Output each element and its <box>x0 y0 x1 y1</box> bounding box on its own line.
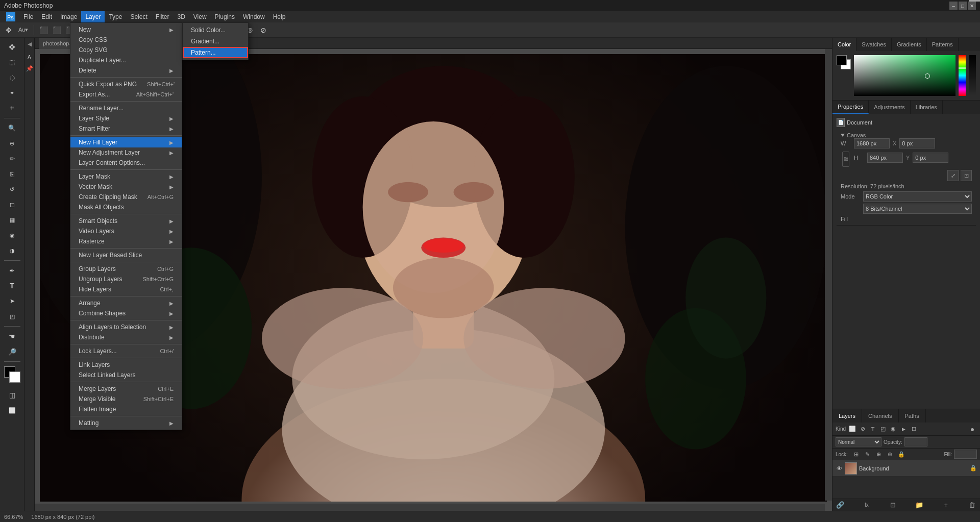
menu-delete[interactable]: Delete ▶ <box>70 65 182 76</box>
history-brush-tool[interactable]: ↺ <box>5 182 19 196</box>
lock-image-btn[interactable]: ✎ <box>863 450 872 459</box>
menu-merge-layers[interactable]: Merge Layers Ctrl+E <box>70 384 182 394</box>
menu-distribute[interactable]: Distribute ▶ <box>70 332 182 342</box>
filter-pixel-btn[interactable]: ⬜ <box>848 425 857 434</box>
filter-smart-btn[interactable]: ◉ <box>889 425 898 434</box>
filter-more-btn[interactable]: ⊡ <box>909 425 918 434</box>
canvas-x-input[interactable] <box>899 138 935 148</box>
menu-copy-css[interactable]: Copy CSS <box>70 35 182 45</box>
paths-tab[interactable]: Paths <box>899 409 926 422</box>
filter-adjustment-btn[interactable]: ⊘ <box>858 425 867 434</box>
crop-canvas-btn[interactable]: ⊡ <box>961 170 972 181</box>
menu-smart-filter[interactable]: Smart Filter ▶ <box>70 123 182 134</box>
fill-input[interactable]: 100% <box>954 450 977 459</box>
eraser-tool[interactable]: ◻ <box>5 197 19 212</box>
menu-edit[interactable]: Edit <box>37 11 56 22</box>
menu-ps[interactable]: Ps <box>2 11 19 22</box>
move-tool[interactable]: ✥ <box>5 40 19 54</box>
color-tab[interactable]: Color <box>832 38 856 51</box>
menu-mask-all[interactable]: Mask All Objects <box>70 202 182 212</box>
menu-view[interactable]: View <box>189 11 211 22</box>
menu-help[interactable]: Help <box>269 11 290 22</box>
menu-select-linked-layers[interactable]: Select Linked Layers <box>70 370 182 380</box>
canvas-y-input[interactable] <box>913 153 948 163</box>
screen-mode-btn[interactable]: ⬜ <box>5 403 19 417</box>
new-layer-btn[interactable]: + <box>941 501 950 510</box>
align-center-btn[interactable]: ⬛ <box>51 24 62 36</box>
mode-select[interactable]: RGB Color <box>863 191 972 202</box>
menu-merge-visible[interactable]: Merge Visible Shift+Ctrl+E <box>70 394 182 404</box>
chain-link-icon[interactable]: ⛓ <box>842 152 849 167</box>
layers-tab[interactable]: Layers <box>832 409 862 422</box>
lock-position-btn[interactable]: ⊕ <box>874 450 884 459</box>
layer-dropdown-menu[interactable]: New ▶ Copy CSS Copy SVG Duplicate Layer.… <box>70 22 182 430</box>
menu-rename-layer[interactable]: Rename Layer... <box>70 103 182 113</box>
menu-combine-shapes[interactable]: Combine Shapes ▶ <box>70 308 182 318</box>
menu-window[interactable]: Window <box>239 11 269 22</box>
libraries-tab[interactable]: Libraries <box>911 101 943 114</box>
menu-layer-style[interactable]: Layer Style ▶ <box>70 113 182 123</box>
eyedropper-tool[interactable]: 🔍 <box>5 121 19 135</box>
zoom-tool[interactable]: 🔎 <box>5 344 19 359</box>
menu-new-fill-layer[interactable]: New Fill Layer ▶ <box>70 137 182 147</box>
delete-layer-btn[interactable]: 🗑 <box>968 501 977 510</box>
pen-tool[interactable]: ✒ <box>5 263 19 278</box>
canvas-height-input[interactable] <box>867 153 903 163</box>
hand-tool[interactable]: ☚ <box>5 329 19 343</box>
menu-image[interactable]: Image <box>56 11 81 22</box>
horizontal-scrollbar[interactable] <box>35 504 825 511</box>
menu-layer-mask[interactable]: Layer Mask ▶ <box>70 171 182 182</box>
menu-file[interactable]: File <box>19 11 37 22</box>
blend-mode-select[interactable]: Normal <box>836 437 881 446</box>
menu-flatten-image[interactable]: Flatten Image <box>70 404 182 414</box>
add-mask-btn[interactable]: ⊡ <box>889 501 898 510</box>
submenu-solid-color[interactable]: Solid Color... <box>183 24 248 36</box>
canvas-expand-icon[interactable] <box>841 134 845 137</box>
menu-quick-export[interactable]: Quick Export as PNG Shift+Ctrl+' <box>70 79 182 89</box>
filter-shape-btn[interactable]: ◰ <box>878 425 888 434</box>
menu-link-layers[interactable]: Link Layers <box>70 360 182 370</box>
layer-visibility-toggle[interactable]: 👁 <box>836 465 843 472</box>
color-gradient-picker[interactable] <box>854 55 955 96</box>
layer-row-background[interactable]: 👁 Background 🔒 <box>832 460 980 477</box>
maximize-button[interactable]: □ <box>959 2 967 10</box>
menu-lock-layers[interactable]: Lock Layers... Ctrl+/ <box>70 346 182 356</box>
menu-filter[interactable]: Filter <box>152 11 174 22</box>
resize-canvas-btn[interactable]: ⤢ <box>947 170 959 181</box>
menu-3d[interactable]: 3D <box>173 11 189 22</box>
menu-type[interactable]: Type <box>105 11 126 22</box>
lock-artboard-btn[interactable]: ⊗ <box>886 450 895 459</box>
minimize-button[interactable]: – <box>949 2 958 10</box>
channels-tab[interactable]: Channels <box>862 409 898 422</box>
marquee-tool[interactable]: ⬚ <box>5 55 19 69</box>
quick-mask-btn[interactable]: ◫ <box>5 388 19 402</box>
link-layers-btn[interactable]: 🔗 <box>836 501 845 510</box>
filter-type-btn[interactable]: T <box>868 425 877 434</box>
menu-rasterize[interactable]: Rasterize ▶ <box>70 236 182 246</box>
shape-tool[interactable]: ◰ <box>5 309 19 324</box>
menu-ungroup-layers[interactable]: Ungroup Layers Shift+Ctrl+G <box>70 274 182 284</box>
canvas-pin-icon[interactable]: 📌 <box>26 64 34 72</box>
side-icon-1[interactable]: ◀ <box>26 40 34 48</box>
dodge-tool[interactable]: ◑ <box>5 243 19 258</box>
opacity-input[interactable]: 100% <box>904 437 927 446</box>
layer-fx-btn[interactable]: fx <box>862 501 871 510</box>
menu-video-layers[interactable]: Video Layers ▶ <box>70 226 182 236</box>
close-button[interactable]: ✕ <box>968 2 976 10</box>
menu-vector-mask[interactable]: Vector Mask ▶ <box>70 182 182 192</box>
menu-hide-layers[interactable]: Hide Layers Ctrl+, <box>70 284 182 294</box>
foreground-swatch[interactable] <box>837 55 847 65</box>
menu-clipping-mask[interactable]: Create Clipping Mask Alt+Ctrl+G <box>70 192 182 202</box>
layer-search-btn[interactable]: ● <box>968 425 977 434</box>
menu-export-as[interactable]: Export As... Alt+Shift+Ctrl+' <box>70 89 182 100</box>
filter-video-btn[interactable]: ▶ <box>899 425 908 434</box>
menu-new[interactable]: New ▶ <box>70 24 182 35</box>
blur-tool[interactable]: ◉ <box>5 228 19 242</box>
background-color[interactable] <box>9 371 20 383</box>
gradient-tool[interactable]: ▦ <box>5 213 19 227</box>
bit-depth-select[interactable]: 8 Bits/Channel <box>863 204 972 214</box>
lock-all-btn[interactable]: 🔒 <box>897 450 906 459</box>
menu-layer-content-options[interactable]: Layer Content Options... <box>70 158 182 168</box>
menu-new-layer-based-slice[interactable]: New Layer Based Slice <box>70 250 182 260</box>
alpha-slider[interactable] <box>969 55 976 96</box>
